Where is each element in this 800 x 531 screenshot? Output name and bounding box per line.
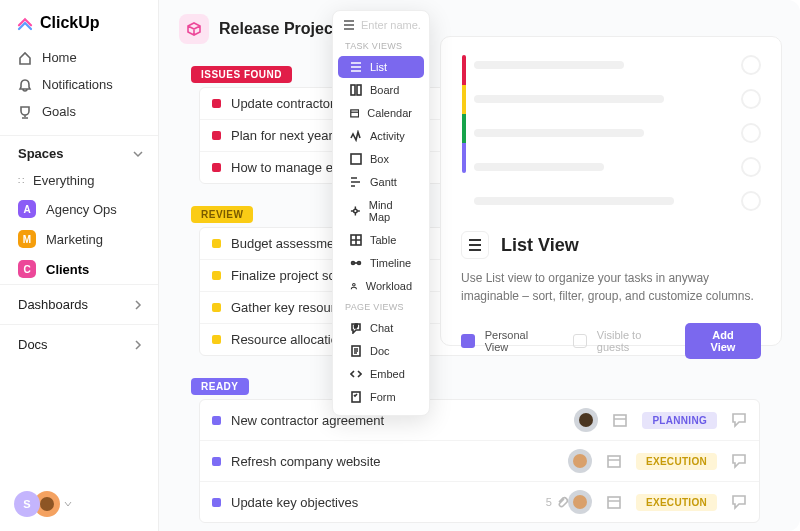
view-option-board[interactable]: Board [338, 79, 424, 101]
view-option-label: Table [370, 234, 396, 246]
svg-rect-0 [614, 415, 626, 426]
everything-label: Everything [33, 173, 94, 188]
sidebar-space-agency-ops[interactable]: AAgency Ops [0, 194, 158, 224]
embed-icon [350, 368, 362, 380]
assignee-avatar[interactable] [568, 449, 592, 473]
add-view-button[interactable]: Add View [685, 323, 761, 359]
calendar-icon[interactable] [606, 453, 622, 469]
view-option-mind-map[interactable]: Mind Map [338, 194, 424, 228]
home-icon [18, 51, 32, 65]
preview-title: List View [501, 235, 579, 256]
nav-goals-label: Goals [42, 104, 76, 119]
status-dot [212, 163, 221, 172]
list-lines-icon [343, 19, 355, 31]
view-name-input[interactable] [361, 19, 421, 31]
nav-home[interactable]: Home [0, 44, 158, 71]
form-icon [350, 391, 362, 403]
space-badge-icon: M [18, 230, 36, 248]
group-label[interactable]: REVIEW [191, 206, 253, 223]
view-option-list[interactable]: List [338, 56, 424, 78]
dashboards-label: Dashboards [18, 297, 88, 312]
view-option-form[interactable]: Form [338, 386, 424, 408]
sidebar-docs[interactable]: Docs [0, 324, 158, 364]
doc-icon [350, 345, 362, 357]
task-tag[interactable]: EXECUTION [636, 494, 717, 511]
view-option-label: Gantt [370, 176, 397, 188]
assignee-avatar[interactable] [574, 408, 598, 432]
view-option-timeline[interactable]: Timeline [338, 252, 424, 274]
box-icon [350, 153, 362, 165]
view-option-doc[interactable]: Doc [338, 340, 424, 362]
comment-icon[interactable] [731, 453, 747, 469]
board-icon [350, 84, 362, 96]
view-option-calendar[interactable]: Calendar [338, 102, 424, 124]
brand-logo[interactable]: ClickUp [0, 0, 158, 42]
sidebar-item-everything[interactable]: ∷ Everything [0, 167, 158, 194]
view-option-workload[interactable]: Workload [338, 275, 424, 297]
brand-name: ClickUp [40, 14, 100, 32]
view-option-chat[interactable]: #Chat [338, 317, 424, 339]
status-dot [212, 239, 221, 248]
page-views-heading: PAGE VIEWS [333, 298, 429, 316]
svg-rect-1 [608, 456, 620, 467]
view-option-label: Board [370, 84, 399, 96]
group-label[interactable]: ISSUES FOUND [191, 66, 292, 83]
calendar-icon[interactable] [612, 412, 628, 428]
timeline-icon [350, 257, 362, 269]
spaces-list: AAgency OpsMMarketingCClients [0, 194, 158, 284]
sidebar-space-clients[interactable]: CClients [0, 254, 158, 284]
list-icon [350, 61, 362, 73]
box-icon [186, 21, 202, 37]
chat-icon: # [350, 322, 362, 334]
space-label: Agency Ops [46, 202, 117, 217]
comment-icon[interactable] [731, 412, 747, 428]
view-option-gantt[interactable]: Gantt [338, 171, 424, 193]
space-label: Marketing [46, 232, 103, 247]
trophy-icon [18, 105, 32, 119]
view-option-embed[interactable]: Embed [338, 363, 424, 385]
sidebar-dashboards[interactable]: Dashboards [0, 284, 158, 324]
nav-goals[interactable]: Goals [0, 98, 158, 125]
view-menu-search [333, 17, 429, 37]
visible-to-guests-checkbox[interactable] [573, 334, 587, 348]
task-row[interactable]: New contractor agreementPLANNING [200, 400, 759, 440]
svg-rect-4 [357, 85, 361, 95]
task-group: New contractor agreementPLANNINGRefresh … [199, 399, 760, 523]
view-option-box[interactable]: Box [338, 148, 424, 170]
status-dot [212, 271, 221, 280]
personal-view-checkbox[interactable] [461, 334, 475, 348]
view-option-label: Calendar [367, 107, 412, 119]
view-option-label: Mind Map [369, 199, 412, 223]
svg-rect-14 [352, 392, 360, 402]
primary-nav: Home Notifications Goals [0, 42, 158, 127]
view-type-menu: TASK VIEWS ListBoardCalendarActivityBoxG… [332, 10, 430, 416]
comment-icon[interactable] [731, 494, 747, 510]
view-option-table[interactable]: Table [338, 229, 424, 251]
group-label[interactable]: READY [191, 378, 249, 395]
bell-icon [18, 78, 32, 92]
spaces-header[interactable]: Spaces [0, 135, 158, 167]
svg-rect-3 [351, 85, 355, 95]
nav-home-label: Home [42, 50, 77, 65]
task-tag[interactable]: PLANNING [642, 412, 717, 429]
svg-point-7 [354, 209, 358, 213]
svg-text:#: # [355, 323, 358, 329]
task-tag[interactable]: EXECUTION [636, 453, 717, 470]
status-dot [212, 131, 221, 140]
task-views-heading: TASK VIEWS [333, 37, 429, 55]
task-row[interactable]: Update key objectives5 EXECUTION [200, 481, 759, 522]
sidebar-space-marketing[interactable]: MMarketing [0, 224, 158, 254]
view-option-activity[interactable]: Activity [338, 125, 424, 147]
user-avatar[interactable]: S [14, 491, 40, 517]
view-option-label: Doc [370, 345, 390, 357]
nav-notifications[interactable]: Notifications [0, 71, 158, 98]
assignee-avatar[interactable] [568, 490, 592, 514]
view-option-label: Workload [366, 280, 412, 292]
task-row[interactable]: Refresh company websiteEXECUTION [200, 440, 759, 481]
space-badge-icon: A [18, 200, 36, 218]
nav-notifications-label: Notifications [42, 77, 113, 92]
view-option-label: Box [370, 153, 389, 165]
user-avatar-bar[interactable]: S [14, 491, 72, 517]
calendar-icon[interactable] [606, 494, 622, 510]
caret-down-icon [64, 500, 72, 508]
